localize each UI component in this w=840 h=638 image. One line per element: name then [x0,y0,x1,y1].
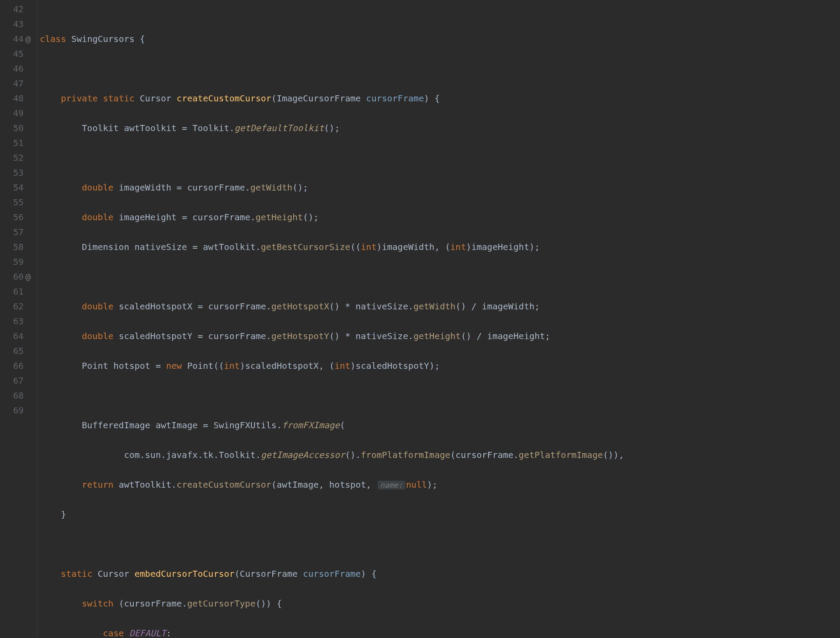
gutter-annotation [25,403,37,418]
line-number: 52 [0,150,25,165]
gutter-annotation [25,135,37,150]
gutter-annotation [25,106,37,121]
code-line[interactable] [40,537,840,551]
line-number: 46 [0,61,25,76]
line-number-gutter: 4243444546474849505152535455565758596061… [0,0,25,638]
line-number: 48 [0,91,25,106]
gutter-annotation [25,225,37,239]
code-line[interactable]: BufferedImage awtImage = SwingFXUtils.fr… [40,418,840,433]
gutter-annotation [25,284,37,299]
gutter-annotation [25,239,37,254]
line-number: 64 [0,329,25,343]
code-line[interactable]: static Cursor embedCursorToCursor(Cursor… [40,566,840,581]
gutter-annotation [25,61,37,76]
code-line[interactable]: class SwingCursors { [40,31,840,46]
gutter-annotation [25,180,37,195]
gutter-annotation: @ [25,31,37,46]
line-number: 68 [0,388,25,403]
line-number: 57 [0,225,25,239]
code-line[interactable]: private static Cursor createCustomCursor… [40,91,840,106]
line-number: 47 [0,76,25,91]
line-number: 49 [0,106,25,121]
code-line[interactable]: Point hotspot = new Point((int)scaledHot… [40,358,840,373]
line-number: 69 [0,403,25,418]
line-number: 65 [0,343,25,358]
code-line[interactable]: case DEFAULT: [40,626,840,638]
code-line[interactable]: return awtToolkit.createCustomCursor(awt… [40,477,840,492]
code-line[interactable] [40,150,840,165]
line-number: 42 [0,2,25,17]
code-area[interactable]: class SwingCursors { private static Curs… [37,0,840,638]
code-line[interactable]: Toolkit awtToolkit = Toolkit.getDefaultT… [40,121,840,135]
line-number: 44 [0,31,25,46]
line-number: 51 [0,135,25,150]
gutter-annotation [25,329,37,343]
code-line[interactable]: double imageHeight = cursorFrame.getHeig… [40,210,840,225]
gutter-annotation [25,358,37,373]
line-number: 50 [0,121,25,135]
gutter-annotation: @ [25,269,37,284]
method-decl: embedCursorToCursor [135,569,235,579]
code-line[interactable] [40,269,840,284]
line-number: 66 [0,358,25,373]
code-line[interactable]: } [40,507,840,522]
gutter-annotation [25,254,37,269]
gutter-annotation [25,91,37,106]
code-editor[interactable]: 4243444546474849505152535455565758596061… [0,0,840,638]
gutter-annotation [25,17,37,31]
line-number: 58 [0,239,25,254]
code-line[interactable]: com.sun.javafx.tk.Toolkit.getImageAccess… [40,447,840,462]
keyword: class [40,34,66,44]
code-line[interactable]: switch (cursorFrame.getCursorType()) { [40,596,840,611]
line-number: 54 [0,180,25,195]
gutter-annotation [25,210,37,225]
line-number: 56 [0,210,25,225]
gutter-annotation [25,314,37,329]
gutter-annotation [25,2,37,17]
gutter-annotation [25,299,37,314]
line-number: 53 [0,165,25,180]
line-number: 62 [0,299,25,314]
code-line[interactable]: double imageWidth = cursorFrame.getWidth… [40,180,840,195]
line-number: 63 [0,314,25,329]
line-number: 59 [0,254,25,269]
code-line[interactable] [40,388,840,403]
line-number: 60 [0,269,25,284]
gutter-annotation [25,150,37,165]
class-name: SwingCursors [71,34,135,44]
line-number: 43 [0,17,25,31]
gutter-annotation [25,388,37,403]
gutter-annotation [25,165,37,180]
code-line[interactable]: double scaledHotspotY = cursorFrame.getH… [40,329,840,343]
code-line[interactable]: double scaledHotspotX = cursorFrame.getH… [40,299,840,314]
line-number: 61 [0,284,25,299]
gutter-annotation [25,76,37,91]
gutter-annotation [25,343,37,358]
annotation-gutter: @@ [25,0,37,638]
gutter-annotation [25,121,37,135]
gutter-annotation [25,373,37,388]
line-number: 67 [0,373,25,388]
code-line[interactable]: Dimension nativeSize = awtToolkit.getBes… [40,239,840,254]
gutter-annotation [25,46,37,61]
method-decl: createCustomCursor [177,93,271,104]
gutter-annotation [25,195,37,210]
code-line[interactable] [40,61,840,76]
line-number: 45 [0,46,25,61]
parameter-hint: name: [378,481,405,489]
line-number: 55 [0,195,25,210]
